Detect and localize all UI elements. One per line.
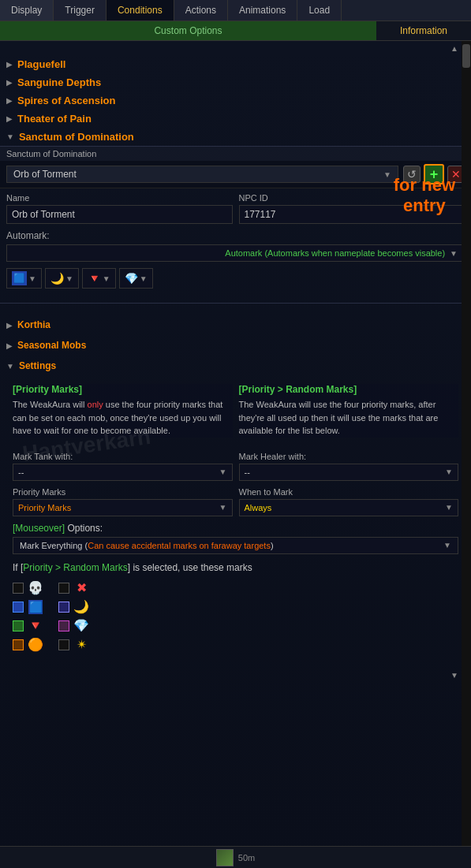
reset-button[interactable]: ↺ [403, 166, 421, 183]
tab-conditions[interactable]: Conditions [107, 0, 174, 20]
mark-diamond-checkbox[interactable] [58, 620, 69, 631]
tree-item-theater[interactable]: ▶ Theater of Pain [0, 110, 471, 128]
bottom-thumbnail [216, 849, 234, 866]
mark-item-4[interactable]: 💎 ▼ [119, 268, 153, 289]
when-to-mark-col: When to Mark Always ▼ [239, 487, 459, 516]
mark-diamond-row: 💎 [58, 619, 88, 633]
mark-moon-checkbox[interactable] [58, 602, 69, 613]
scrollbar-thumb[interactable] [462, 44, 470, 68]
mark-red-cross-checkbox[interactable] [58, 583, 69, 594]
priority-random-card: [Priority > Random Marks] The WeakAura w… [239, 384, 459, 438]
mark-triangle-icon: 🔻 [88, 272, 101, 285]
orb-chevron-icon: ▼ [383, 170, 391, 179]
automark-dropdown[interactable]: Automark (Automarks when nameplate becom… [6, 244, 465, 262]
tree-item-spires[interactable]: ▶ Spires of Ascension [0, 91, 471, 110]
korthia-header[interactable]: ▶ Korthia [0, 315, 471, 335]
mark3-chevron-icon: ▼ [103, 274, 110, 283]
mark-tank-value: -- [18, 468, 24, 477]
mark-moon-icon: 🌙 [50, 272, 64, 285]
mark-blue-square-row: 🟦 [13, 600, 43, 614]
mark-tank-select[interactable]: -- ▼ [13, 464, 233, 481]
priority-when-row: Priority Marks Priority Marks ▼ When to … [6, 484, 465, 520]
green-triangle-icon: 🔻 [28, 619, 43, 633]
npc-label: NPC ID [239, 193, 465, 203]
priority-random-title: [Priority > Random Marks] [239, 384, 459, 395]
star-icon: ✴ [74, 638, 88, 652]
scroll-down-arrow[interactable]: ▼ [450, 671, 458, 680]
tree-item-sanguine[interactable]: ▶ Sanguine Depths [0, 73, 471, 91]
add-button[interactable]: + [424, 164, 444, 184]
top-tabs: Display Trigger Conditions Actions Anima… [0, 0, 471, 21]
tree-label-sanctum: Sanctum of Domination [19, 131, 134, 143]
mark-orange-circle-checkbox[interactable] [13, 639, 24, 650]
name-label: Name [6, 193, 233, 203]
mouseover-label: [Mouseover] Options: [13, 523, 458, 534]
marks-row: 🟦 ▼ 🌙 ▼ 🔻 ▼ 💎 ▼ [0, 265, 471, 292]
mark4-chevron-icon: ▼ [140, 274, 148, 283]
priority-random-body: The WeakAura will use the four priority … [239, 398, 459, 438]
mouseover-dropdown[interactable]: Mark Everything (Can cause accidental ma… [13, 537, 458, 554]
mark-blue-square-checkbox[interactable] [13, 602, 24, 613]
tree-label-theater: Theater of Pain [17, 113, 92, 125]
tab-animations[interactable]: Animations [228, 0, 297, 20]
mark-star-row: ✴ [58, 638, 88, 652]
priority-marks-field-label: Priority Marks [13, 487, 233, 497]
priority-marks-select[interactable]: Priority Marks ▼ [13, 499, 233, 516]
priority-marks-title: [Priority Marks] [13, 384, 233, 395]
orb-row: Orb of Torment ▼ ↺ + ✕ [0, 161, 471, 188]
mouseover-option-value: Mark Everything (Can cause accidental ma… [20, 541, 274, 550]
settings-header[interactable]: ▼ Settings [0, 356, 471, 376]
tab-load[interactable]: Load [297, 0, 342, 20]
marks-grid: 💀 🟦 🔻 🟠 [6, 578, 465, 655]
seasonal-mobs-header[interactable]: ▶ Seasonal Mobs [0, 335, 471, 356]
tab-information[interactable]: Information [376, 21, 471, 40]
mark-healer-select[interactable]: -- ▼ [239, 464, 459, 481]
tab-display[interactable]: Display [0, 0, 54, 20]
priority-cards: [Priority Marks] The WeakAura will only … [6, 381, 465, 441]
settings-section: [Priority Marks] The WeakAura will only … [0, 376, 471, 660]
secondary-tabs: Custom Options Information [0, 21, 471, 41]
tree-item-plaguefell[interactable]: ▶ Plaguefell [0, 55, 471, 73]
bottom-thumb: 50m [216, 849, 255, 866]
tab-custom-options[interactable]: Custom Options [0, 21, 376, 40]
npc-input[interactable] [239, 205, 465, 224]
tab-trigger[interactable]: Trigger [54, 0, 107, 20]
mark-healer-chevron-icon: ▼ [445, 468, 453, 476]
mark-tank-label: Mark Tank with: [13, 452, 233, 461]
mark2-chevron-icon: ▼ [65, 274, 73, 283]
tree-arrow-plaguefell: ▶ [6, 60, 13, 69]
tree-label-plaguefell: Plaguefell [17, 58, 65, 70]
skull-icon: 💀 [28, 581, 43, 595]
orange-circle-icon: 🟠 [28, 638, 43, 652]
tree-label-sanguine: Sanguine Depths [17, 76, 101, 88]
mark-green-triangle-checkbox[interactable] [13, 620, 24, 631]
tree-arrow-theater: ▶ [6, 114, 13, 123]
scrollbar-track [462, 41, 471, 861]
mark-blue-icon: 🟦 [12, 271, 27, 285]
scroll-up-arrow[interactable]: ▲ [450, 44, 458, 53]
mark-tank-chevron-icon: ▼ [219, 468, 227, 476]
mark-item-2[interactable]: 🌙 ▼ [45, 268, 79, 289]
orb-actions: ↺ + ✕ [403, 164, 465, 184]
settings-arrow-icon: ▼ [6, 362, 14, 371]
mouseover-chevron-icon: ▼ [443, 541, 451, 549]
tab-actions[interactable]: Actions [174, 0, 228, 20]
mark-healer-col: Mark Healer with: -- ▼ [239, 452, 459, 481]
automark-value: Automark (Automarks when nameplate becom… [225, 248, 445, 258]
orb-dropdown[interactable]: Orb of Torment ▼ [6, 166, 398, 183]
mark-moon-row: 🌙 [58, 600, 88, 614]
diamond-icon: 💎 [74, 619, 88, 633]
red-cross-icon: ✖ [74, 581, 88, 595]
name-input[interactable] [6, 205, 233, 224]
mark-skull-checkbox[interactable] [13, 583, 24, 594]
priority-marks-card: [Priority Marks] The WeakAura will only … [13, 384, 233, 438]
mark-item-3[interactable]: 🔻 ▼ [82, 268, 116, 289]
tree-item-sanctum[interactable]: ▼ Sanctum of Domination [0, 128, 471, 146]
when-to-mark-select[interactable]: Always ▼ [239, 499, 459, 516]
tree-arrow-sanctum: ▼ [6, 132, 14, 141]
mark-item-1[interactable]: 🟦 ▼ [6, 268, 42, 289]
mark-healer-value: -- [245, 468, 250, 477]
mark-star-checkbox[interactable] [58, 639, 69, 650]
blue-square-icon: 🟦 [28, 600, 43, 614]
random-marks-header: If [Priority > Random Marks] is selected… [6, 557, 465, 578]
